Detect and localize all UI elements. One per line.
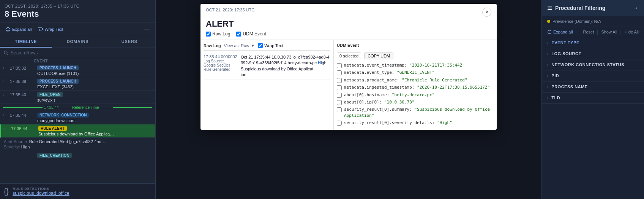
filter-section-network-connection-status[interactable]: › NETWORK CONNECTION STATUS (542, 59, 644, 70)
filter-section-process-name[interactable]: › PROCESS NAME (542, 81, 644, 92)
udm-field-checkbox[interactable] (337, 70, 342, 75)
panel-arrow-button[interactable]: → (633, 5, 639, 11)
wrap-text-checkbox-label[interactable]: Wrap Text (258, 43, 283, 48)
tab-users[interactable]: USERS (104, 36, 155, 48)
udm-field-checkbox[interactable] (337, 100, 342, 105)
reset-button[interactable]: Reset (583, 30, 594, 34)
table-row[interactable]: › 17:35:44 NETWORK_CONNECTION manygoodne… (0, 111, 155, 124)
modal-header: OCT 21, 2020: 17:35 UTC × (200, 4, 497, 19)
right-panel: ☰ Procedural Filtering → Prevalence (Dom… (541, 0, 644, 199)
hide-all-button[interactable]: Hide All (625, 30, 639, 34)
prevalence-dot (547, 20, 550, 23)
udm-field: metadata.event_type: "GENERIC_EVENT" (337, 69, 494, 76)
udm-field-checkbox[interactable] (337, 85, 342, 90)
chevron-right-icon: › (547, 52, 548, 56)
chevron-icon: › (3, 78, 8, 83)
event-badge: PROCESS_LAUNCH (37, 65, 79, 70)
udm-field-checkbox[interactable] (337, 63, 342, 68)
udm-field-checkbox[interactable] (337, 121, 342, 126)
filter-section-event-type[interactable]: › EVENT TYPE (542, 37, 644, 48)
table-row[interactable]: ‹ 17:35:44 RULE ALERT Suspicious downloa… (0, 124, 155, 138)
udm-field: security_result[0].severity_details: "Hi… (337, 119, 494, 126)
left-panel: OCT 21ST, 2020: 17:35 – 17:36 UTC 8 Even… (0, 0, 156, 199)
event-count: 8 Events (5, 9, 151, 19)
modal-timestamp: OCT 21, 2020: 17:35 UTC (206, 8, 254, 12)
event-badge: PROCESS_LAUNCH (37, 79, 79, 84)
udm-field: security_result[0].summary: "Suspicious … (337, 106, 494, 119)
filter-section-pid[interactable]: › PID (542, 70, 644, 81)
event-time: 17:35:39 (10, 78, 36, 84)
modal-title: ALERT (200, 19, 497, 31)
search-icon (4, 51, 8, 55)
event-name: survey.xls (37, 98, 152, 102)
raw-log-checkbox[interactable] (206, 32, 211, 37)
table-row[interactable]: › 17:35:32 PROCESS_LAUNCH OUTLOOK.exe (1… (0, 64, 155, 77)
search-bar (0, 48, 155, 58)
tab-domains[interactable]: DOMAINS (52, 36, 103, 48)
event-column-header: EVENT (0, 58, 155, 64)
udm-panel: UDM Event 0 selected COPY UDM metadata.e… (334, 40, 497, 130)
modal-checkboxes: Raw Log UDM Event (200, 31, 497, 40)
filter-section-tld[interactable]: › TLD (542, 92, 644, 103)
udm-field: about[0].ip[0]: "10.0.30.73" (337, 99, 494, 106)
filter-section-log-source[interactable]: › LOG SOURCE (542, 48, 644, 59)
filter-toolbar: Expand all Reset | Show All | Hide All (542, 27, 644, 37)
svg-line-1 (7, 54, 8, 55)
udm-field-checkbox[interactable] (337, 78, 342, 83)
udm-field-checkbox[interactable] (337, 93, 342, 98)
udm-event-checkbox[interactable] (236, 32, 241, 37)
raw-log-col-label: Raw Log (204, 43, 221, 48)
modal-body: Raw Log View as: Raw ▼ Wrap Text 17:35:4… (200, 40, 497, 130)
rule-detections-label: RULE DETECTIONS (13, 187, 69, 191)
search-input[interactable] (11, 50, 152, 56)
separator: | (597, 29, 598, 35)
panel-title: ☰ Procedural Filtering (547, 5, 605, 11)
udm-event-checkbox-label[interactable]: UDM Event (236, 31, 266, 37)
chevron-icon: › (3, 112, 8, 117)
copy-udm-button[interactable]: COPY UDM (364, 53, 393, 59)
event-time (10, 153, 36, 153)
udm-select-bar: 0 selected COPY UDM (337, 53, 494, 59)
event-name: manygoodnews.com (37, 118, 152, 123)
event-time: 17:35:40 (10, 92, 36, 97)
expand-all-filter-button[interactable]: Expand all (547, 30, 573, 34)
table-row[interactable]: › 17:35:39 PROCESS_LAUNCH EXCEL.EXE (343… (0, 77, 155, 91)
udm-field: metadata.event_timestamp: "2020-10-21T17… (337, 62, 494, 69)
raw-log-panel: Raw Log View as: Raw ▼ Wrap Text 17:35:4… (200, 40, 334, 130)
svg-point-0 (4, 51, 7, 54)
expand-all-button[interactable]: Expand all (4, 26, 33, 33)
table-row[interactable]: FILE_CREATION (0, 151, 155, 160)
event-time: 17:35:32 (10, 65, 36, 70)
reference-line (3, 107, 43, 108)
event-time: 17:35:44 (11, 126, 37, 131)
wrap-text-checkbox[interactable] (258, 43, 263, 48)
view-as-selector[interactable]: View as: Raw ▼ (224, 43, 255, 48)
date-range: OCT 21ST, 2020: 17:35 – 17:36 UTC (5, 4, 151, 8)
table-row[interactable]: › 17:35:40 FILE_OPEN survey.xls (0, 91, 155, 104)
wrap-text-icon (38, 27, 43, 32)
udm-col-label: UDM Event (337, 43, 359, 48)
prevalence-label: Prevalence (Domain): N/A (552, 19, 601, 24)
raw-log-header: Raw Log View as: Raw ▼ Wrap Text (204, 43, 330, 51)
wrap-text-button[interactable]: Wrap Text (36, 26, 65, 33)
filter-icon: ☰ (547, 5, 552, 11)
expand-icon (547, 30, 552, 34)
event-badge: RULE ALERT (38, 126, 67, 131)
chevron-right-icon: › (547, 96, 548, 100)
rule-detections-bar: {} RULE DETECTIONS suspicious_download_o… (0, 183, 155, 199)
rule-detections-link[interactable]: suspicious_download_office (13, 191, 69, 196)
modal-close-button[interactable]: × (482, 8, 491, 17)
show-all-button[interactable]: Show All (601, 30, 617, 34)
log-time: 17:35:44.000000Z (204, 54, 238, 59)
tab-bar: TIMELINE DOMAINS USERS (0, 36, 155, 48)
chevron-icon: ‹ (4, 126, 9, 131)
more-options-button[interactable]: ⋯ (142, 25, 152, 33)
tab-timeline[interactable]: TIMELINE (0, 36, 52, 48)
alert-details: Alert Source: Rule Generated Alert [jo_c… (0, 138, 155, 151)
reference-time-label: 17:35:44 ——— Reference Time ——— (44, 105, 112, 110)
udm-field-checkbox[interactable] (337, 107, 342, 112)
chevron-right-icon: › (547, 41, 548, 45)
alert-modal: OCT 21, 2020: 17:35 UTC × ALERT Raw Log … (200, 4, 497, 130)
raw-log-checkbox-label[interactable]: Raw Log (206, 31, 230, 37)
reference-time-row: 17:35:44 ——— Reference Time ——— (0, 104, 155, 111)
